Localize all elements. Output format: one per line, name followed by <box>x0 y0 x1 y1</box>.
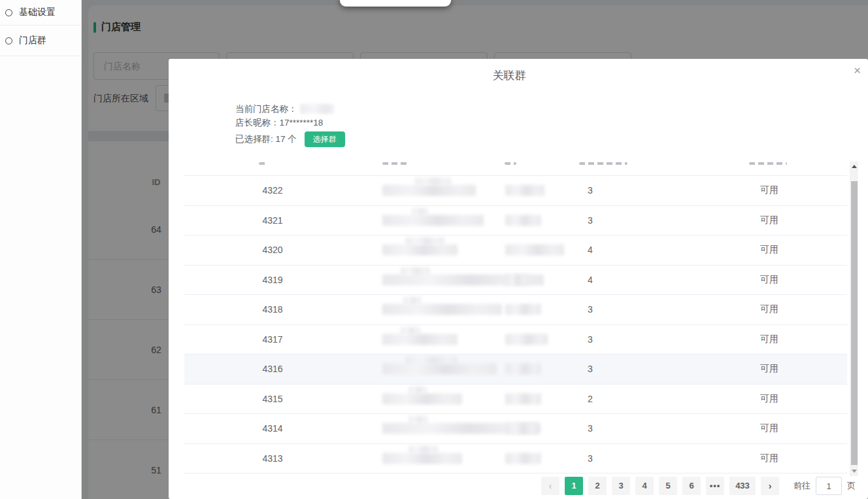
blurred-text-block <box>505 334 548 345</box>
redacted-group-owner <box>505 304 541 315</box>
group-id-cell: 4315 <box>246 394 299 404</box>
group-id-cell: 4314 <box>246 423 299 434</box>
group-table-row[interactable]: 43143可用 <box>184 414 847 444</box>
scroll-up-icon[interactable] <box>850 162 858 171</box>
status-cell: 可用 <box>742 215 797 226</box>
blurred-text-tail <box>415 178 451 186</box>
page-button-active[interactable]: 1 <box>565 477 583 495</box>
scrollbar-thumb[interactable] <box>851 181 858 465</box>
group-id-cell: 4318 <box>246 304 299 315</box>
group-table-row[interactable]: 43213可用 <box>184 206 847 236</box>
group-id-cell: 4317 <box>246 334 299 345</box>
manager-nickname-value: 17*******18 <box>280 118 324 128</box>
blurred-text-block <box>382 393 462 404</box>
group-id-cell: 4319 <box>246 275 299 285</box>
member-count-cell: 3 <box>563 453 618 464</box>
blurred-text-block <box>382 215 484 226</box>
status-cell: 可用 <box>742 244 797 256</box>
redacted-group-name <box>382 304 502 315</box>
pagination: ‹ 123456 ••• 433 › 前往 页 <box>169 477 856 495</box>
status-cell: 可用 <box>742 334 797 345</box>
member-count-cell: 3 <box>563 215 618 226</box>
manager-line: 店长昵称： 17*******18 <box>235 116 345 129</box>
status-cell: 可用 <box>742 422 797 434</box>
member-count-cell: 3 <box>563 423 618 434</box>
status-cell: 可用 <box>742 274 797 286</box>
blurred-text-block <box>505 185 544 196</box>
screen: 基础设置 门店群 门店管理 门店名称 门店所在区域 <box>0 0 868 499</box>
blurred-text-tail <box>409 386 427 394</box>
blurred-text-block <box>382 334 458 345</box>
member-count-cell: 3 <box>563 185 618 196</box>
blurred-text-tail <box>405 237 444 245</box>
group-table-row[interactable]: 43173可用 <box>184 325 847 355</box>
blurred-text-block <box>505 304 541 315</box>
redacted-group-owner <box>505 334 548 345</box>
blurred-text-block <box>382 185 476 196</box>
redacted-group-name <box>382 393 462 404</box>
clipped-header-member-count <box>579 162 627 165</box>
member-count-cell: 4 <box>563 245 618 255</box>
select-group-button[interactable]: 选择群 <box>305 131 345 147</box>
group-id-cell: 4316 <box>246 364 299 374</box>
redacted-group-name <box>382 334 458 345</box>
blurred-text-tail <box>412 207 428 215</box>
pagination-ellipsis[interactable]: ••• <box>706 477 724 495</box>
status-cell: 可用 <box>742 453 797 464</box>
group-id-cell: 4313 <box>246 453 299 464</box>
member-count-cell: 4 <box>563 275 618 285</box>
redacted-group-owner <box>505 274 528 285</box>
redacted-group-name <box>382 364 497 375</box>
current-store-label: 当前门店名称： <box>235 103 297 115</box>
clipped-header-group-name <box>382 162 409 165</box>
group-table-row[interactable]: 43163可用 <box>184 354 847 385</box>
group-table-row[interactable]: 43133可用 <box>184 444 847 474</box>
blurred-text-block <box>382 364 497 375</box>
page-button[interactable]: 3 <box>612 477 630 495</box>
group-id-cell: 4321 <box>246 215 299 226</box>
redacted-store-name <box>300 104 334 114</box>
member-count-cell: 2 <box>563 394 618 404</box>
page-button[interactable]: 6 <box>682 477 701 495</box>
sidebar-item-store-groups[interactable]: 门店群 <box>0 26 81 56</box>
table-scrollbar[interactable] <box>850 162 858 476</box>
blurred-text-block <box>505 393 541 404</box>
blurred-text-block <box>505 274 528 285</box>
page-button[interactable]: 2 <box>588 477 607 495</box>
close-icon[interactable]: × <box>854 64 861 77</box>
redacted-group-name <box>382 453 462 464</box>
last-page-button[interactable]: 433 <box>729 477 756 495</box>
sidebar-item-basic-settings[interactable]: 基础设置 <box>0 0 81 26</box>
selected-groups-label: 已选择群: 17 个 <box>235 133 297 145</box>
redacted-group-name <box>382 245 458 256</box>
blurred-text-block <box>505 215 541 226</box>
sidebar-item-label: 基础设置 <box>19 7 56 18</box>
group-table-row[interactable]: 43194可用 <box>184 266 847 296</box>
current-store-line: 当前门店名称： <box>235 102 345 116</box>
blurred-text-block <box>505 245 564 256</box>
group-table-row[interactable]: 43204可用 <box>184 235 847 266</box>
page-button[interactable]: 5 <box>659 477 677 495</box>
status-cell: 可用 <box>742 303 797 315</box>
blurred-text-block <box>382 453 462 464</box>
goto-page-input[interactable] <box>816 477 842 495</box>
blurred-text-tail <box>403 297 422 305</box>
radio-circle-icon <box>5 37 12 44</box>
status-cell: 可用 <box>742 363 797 375</box>
next-page-button[interactable]: › <box>761 477 779 495</box>
group-table-row[interactable]: 43223可用 <box>184 176 847 206</box>
blurred-text-tail <box>401 267 430 275</box>
group-table-row[interactable]: 43152可用 <box>184 385 847 415</box>
clipped-header-owner <box>505 162 516 165</box>
blurred-text-block <box>505 423 538 434</box>
page-button[interactable]: 4 <box>635 477 654 495</box>
redacted-group-owner <box>505 423 538 434</box>
prev-page-button[interactable]: ‹ <box>541 477 559 495</box>
scroll-down-icon[interactable] <box>850 466 858 476</box>
group-id-cell: 4320 <box>246 245 299 255</box>
group-table-row[interactable]: 43183可用 <box>184 295 847 325</box>
clipped-header-id <box>259 162 267 165</box>
redacted-group-owner <box>505 453 541 464</box>
redacted-group-name <box>382 185 476 196</box>
page-number-buttons: 123456 <box>565 477 701 495</box>
